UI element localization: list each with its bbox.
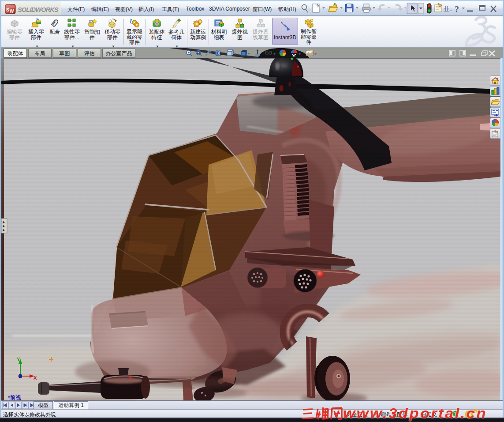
svg-text:㐀..: 㐀.. (444, 6, 452, 12)
svg-text:?: ? (455, 4, 459, 14)
svg-text:W: W (10, 9, 14, 14)
svg-text:SOLIDWORKS: SOLIDWORKS (18, 6, 59, 13)
svg-text:S: S (6, 8, 9, 12)
